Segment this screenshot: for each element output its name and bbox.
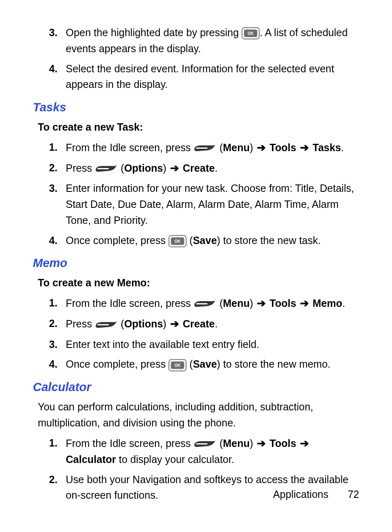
step-body: From the Idle screen, press (Menu) ➔ Too… <box>66 139 359 156</box>
step-number: 4. <box>33 61 66 77</box>
step-item: 1.From the Idle screen, press (Menu) ➔ T… <box>33 295 359 311</box>
bold-text: Tools <box>270 297 296 309</box>
step-item: 3.Open the highlighted date by pressing … <box>33 25 359 57</box>
arrow-right-icon: ➔ <box>169 318 180 330</box>
bold-text: Tools <box>270 438 296 449</box>
softkey-icon <box>95 164 118 174</box>
step-number: 4. <box>33 233 66 249</box>
ok-key-icon: OK <box>168 359 187 371</box>
bold-text: Menu <box>223 297 250 309</box>
heading-calculator: Calculator <box>33 378 359 396</box>
heading-tasks: Tasks <box>33 98 359 117</box>
document-page: 3.Open the highlighted date by pressing … <box>0 0 392 532</box>
subheading-memo: To create a new Memo: <box>38 275 359 291</box>
bold-text: Memo <box>313 297 342 309</box>
footer-page-number: 72 <box>348 486 359 502</box>
bold-text: Tasks <box>313 142 341 153</box>
step-number: 2. <box>33 160 66 176</box>
step-item: 4.Once complete, press OK (Save) to stor… <box>33 356 359 372</box>
step-body: Once complete, press OK (Save) to store … <box>66 356 359 372</box>
step-item: 4.Once complete, press OK (Save) to stor… <box>33 233 359 249</box>
step-body: Enter information for your new task. Cho… <box>66 180 359 228</box>
step-item: 2.Press (Options) ➔ Create. <box>33 316 359 332</box>
step-number: 2. <box>33 472 66 488</box>
bold-text: Menu <box>223 438 250 449</box>
step-number: 1. <box>33 139 66 155</box>
svg-text:OK: OK <box>175 239 181 244</box>
step-body: Open the highlighted date by pressing OK… <box>66 25 359 57</box>
step-item: 3.Enter information for your new task. C… <box>33 180 359 228</box>
page-footer: Applications 72 <box>273 486 359 502</box>
svg-rect-8 <box>196 303 208 304</box>
arrow-right-icon: ➔ <box>256 141 267 154</box>
footer-section: Applications <box>273 488 328 500</box>
step-body: Select the desired event. Information fo… <box>66 61 359 93</box>
step-item: 2.Press (Options) ➔ Create. <box>33 160 359 176</box>
svg-rect-9 <box>97 324 109 325</box>
step-number: 2. <box>33 316 66 332</box>
step-number: 3. <box>33 180 66 196</box>
svg-text:OK: OK <box>248 31 254 36</box>
step-number: 1. <box>33 435 66 451</box>
arrow-right-icon: ➔ <box>169 162 180 174</box>
bold-text: Save <box>193 235 217 246</box>
bold-text: Menu <box>223 142 250 153</box>
step-body: Press (Options) ➔ Create. <box>66 160 359 176</box>
arrow-right-icon: ➔ <box>299 437 310 449</box>
bold-text: Options <box>124 318 163 329</box>
step-body: From the Idle screen, press (Menu) ➔ Too… <box>66 435 359 468</box>
step-number: 3. <box>33 25 66 41</box>
bold-text: Create <box>183 162 215 174</box>
ok-key-icon: OK <box>168 235 187 247</box>
step-body: From the Idle screen, press (Menu) ➔ Too… <box>66 295 359 311</box>
step-body: Once complete, press OK (Save) to store … <box>66 233 359 249</box>
softkey-icon <box>194 439 217 449</box>
step-item: 1.From the Idle screen, press (Menu) ➔ T… <box>33 435 359 468</box>
svg-rect-13 <box>196 443 208 444</box>
step-list: 3.Open the highlighted date by pressing … <box>33 25 359 92</box>
arrow-right-icon: ➔ <box>299 297 310 309</box>
subheading-tasks: To create a new Task: <box>38 119 359 135</box>
arrow-right-icon: ➔ <box>256 297 267 309</box>
bold-text: Create <box>183 318 215 329</box>
step-body: Enter text into the available text entry… <box>66 336 359 352</box>
step-number: 3. <box>33 336 66 352</box>
bold-text: Save <box>193 358 217 370</box>
arrow-right-icon: ➔ <box>299 141 310 154</box>
svg-rect-4 <box>97 168 109 169</box>
calculator-intro: You can perform calculations, including … <box>38 399 359 431</box>
step-item: 3.Enter text into the available text ent… <box>33 336 359 352</box>
step-item: 4.Select the desired event. Information … <box>33 61 359 93</box>
step-item: 1.From the Idle screen, press (Menu) ➔ T… <box>33 139 359 156</box>
bold-text: Calculator <box>66 454 116 465</box>
step-number: 4. <box>33 356 66 372</box>
bold-text: Tools <box>270 142 296 153</box>
softkey-icon <box>194 143 217 154</box>
svg-rect-3 <box>196 147 208 149</box>
svg-text:OK: OK <box>175 363 181 368</box>
step-body: Press (Options) ➔ Create. <box>66 316 359 332</box>
step-list: 1.From the Idle screen, press (Menu) ➔ T… <box>33 139 359 249</box>
bold-text: Options <box>124 162 163 174</box>
ok-key-icon: OK <box>242 27 260 39</box>
heading-memo: Memo <box>33 254 359 272</box>
softkey-icon <box>194 299 217 309</box>
step-number: 1. <box>33 295 66 311</box>
softkey-icon <box>95 320 118 330</box>
arrow-right-icon: ➔ <box>256 437 267 449</box>
step-list: 1.From the Idle screen, press (Menu) ➔ T… <box>33 295 359 372</box>
